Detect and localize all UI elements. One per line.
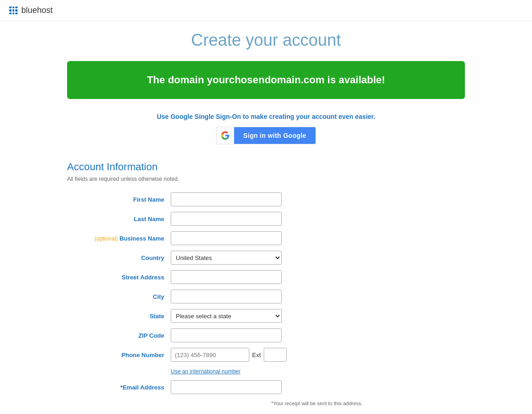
page-container: Create your account The domain yourchose… <box>58 21 474 414</box>
street-address-label: Street Address <box>67 267 169 287</box>
international-number-link[interactable]: Use an international number <box>171 368 241 375</box>
state-label: State <box>67 306 169 326</box>
email-input[interactable] <box>171 380 282 394</box>
business-name-label-text: Business Name <box>119 235 164 242</box>
country-select[interactable]: United States <box>171 251 282 265</box>
business-name-label: (optional) Business Name <box>67 229 169 248</box>
last-name-input[interactable] <box>171 212 282 226</box>
last-name-label: Last Name <box>67 209 169 229</box>
logo-text: bluehost <box>21 6 53 15</box>
email-row: *Email Address <box>67 377 465 397</box>
state-select[interactable]: Please select a state <box>171 309 282 323</box>
city-label: City <box>67 287 169 306</box>
google-signin-button[interactable]: Sign in with Google <box>216 127 316 144</box>
google-g-icon <box>217 128 234 143</box>
state-row: State Please select a state <box>67 306 465 326</box>
phone-row: Phone Number Ext <box>67 345 465 365</box>
domain-availability-banner: The domain yourchosendomain.com is avail… <box>67 61 465 99</box>
google-sso-description: Use Google Single Sign-On to make creati… <box>67 113 465 120</box>
first-name-row: First Name <box>67 190 465 209</box>
google-signin-label: Sign in with Google <box>234 127 315 144</box>
intl-link-row: Use an international number <box>67 365 465 377</box>
phone-input-group: Ext <box>171 348 463 362</box>
google-sso-section: Use Google Single Sign-On to make creati… <box>67 113 465 144</box>
city-input[interactable] <box>171 290 282 303</box>
business-name-input[interactable] <box>171 231 282 245</box>
zip-label: ZIP Code <box>67 326 169 345</box>
street-address-input[interactable] <box>171 270 282 284</box>
ext-label: Ext <box>252 352 261 358</box>
first-name-label: First Name <box>67 190 169 209</box>
page-title: Create your account <box>67 31 465 50</box>
street-address-row: Street Address <box>67 267 465 287</box>
zip-row: ZIP Code <box>67 326 465 345</box>
last-name-row: Last Name <box>67 209 465 229</box>
city-row: City <box>67 287 465 306</box>
account-info-title: Account Information <box>67 161 465 173</box>
account-info-section: Account Information All fields are requi… <box>67 161 465 409</box>
email-receipt-note: *Your receipt will be sent to this addre… <box>171 401 463 406</box>
business-name-optional: (optional) <box>95 235 118 242</box>
country-row: Country United States <box>67 248 465 267</box>
account-form: First Name Last Name (optional) Business… <box>67 190 465 409</box>
first-name-input[interactable] <box>171 192 282 206</box>
site-header: bluehost <box>0 0 532 21</box>
email-label: *Email Address <box>67 377 169 397</box>
business-name-row: (optional) Business Name <box>67 229 465 248</box>
phone-label: Phone Number <box>67 345 169 365</box>
ext-input[interactable] <box>264 348 287 362</box>
phone-input[interactable] <box>171 348 249 362</box>
zip-input[interactable] <box>171 328 282 342</box>
logo-grid-icon <box>9 6 18 15</box>
domain-banner-text: The domain yourchosendomain.com is avail… <box>147 74 385 86</box>
fields-note: All fields are required unless otherwise… <box>67 176 465 182</box>
country-label: Country <box>67 248 169 267</box>
email-note-row: *Your receipt will be sent to this addre… <box>67 397 465 409</box>
